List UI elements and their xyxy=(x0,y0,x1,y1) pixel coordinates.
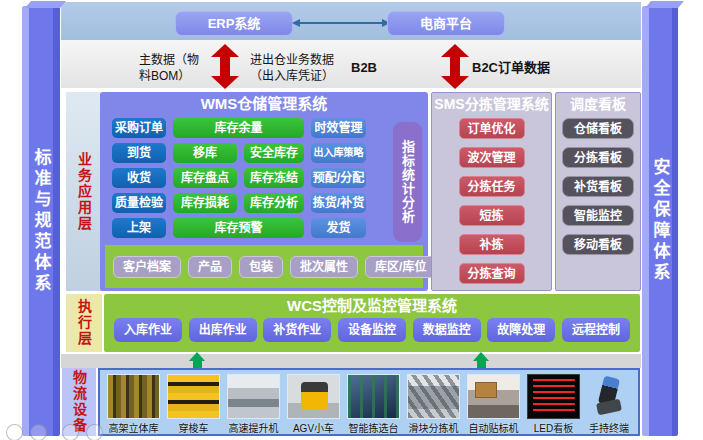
wms-kpi-side-tab: 指标统计分析 xyxy=(393,122,422,242)
wms-module-chip: 预配/分配 xyxy=(311,168,366,188)
equipment-item: 自动贴标机 xyxy=(467,374,520,435)
wms-masterdata-chip: 库区/库位 xyxy=(365,256,436,278)
viewer-next-control-icon[interactable] xyxy=(62,424,79,440)
sms-module-chip: 补拣 xyxy=(459,234,525,255)
flow-label-b2b: B2B xyxy=(351,60,377,76)
equipment-label: LED看板 xyxy=(534,420,573,435)
dashboard-module-chip: 仓储看板 xyxy=(562,118,634,139)
equipment-photo-picking-icon xyxy=(347,374,400,419)
wcs-module-chip: 出库作业 xyxy=(189,318,257,342)
wcs-module-chip: 数据监控 xyxy=(413,318,481,342)
wcs-title: WCS控制及监控管理系统 xyxy=(104,294,640,317)
dashboard-module-chip: 移动看板 xyxy=(562,234,634,255)
wms-panel: WMS仓储管理系统 采购订单库存余量时效管理到货移库安全库存出入库策略收货库存盘… xyxy=(100,92,428,291)
wms-title: WMS仓储管理系统 xyxy=(100,92,428,116)
architecture-diagram: ERP系统 电商平台 主数据（物料BOM） 进出仓业务数据（出入库凭证） B2B… xyxy=(0,0,703,440)
green-up-arrow-icon xyxy=(189,352,206,369)
equipment-label: AGV小车 xyxy=(293,420,334,435)
external-systems-band xyxy=(61,2,641,40)
sms-module-chip: 短拣 xyxy=(459,205,525,226)
equipment-label: 手持终端 xyxy=(589,420,629,435)
equipment-photo-shuttle-icon xyxy=(167,374,220,419)
equipment-item: 穿梭车 xyxy=(167,374,220,435)
equipment-item: 智能拣选台 xyxy=(347,374,400,435)
wms-masterdata-chip: 客户档案 xyxy=(113,256,181,278)
wms-module-chip: 采购订单 xyxy=(112,118,166,138)
wms-module-chip: 拣货/补货 xyxy=(311,193,366,213)
wms-module-chip: 到货 xyxy=(112,143,166,163)
red-double-arrow-icon xyxy=(441,44,469,89)
wcs-panel: WCS控制及监控管理系统 入库作业出库作业补货作业设备监控数据监控故障处理远程控… xyxy=(104,294,640,352)
erp-system-node: ERP系统 xyxy=(175,11,293,36)
equipment-photo-agv-icon xyxy=(287,374,340,419)
equipment-label: 高架立体库 xyxy=(109,420,159,435)
equipment-panel: 高架立体库穿梭车高速提升机AGV小车智能拣选台滑块分拣机自动贴标机LED看板手持… xyxy=(98,368,640,436)
dashboard-title: 调度看板 xyxy=(556,93,640,115)
wms-module-chip: 收货 xyxy=(112,168,166,188)
equipment-label: 穿梭车 xyxy=(179,420,209,435)
sms-module-chip: 波次管理 xyxy=(459,147,525,168)
divider-band xyxy=(61,354,641,368)
wcs-module-chip: 故障处理 xyxy=(487,318,555,342)
erp-ecommerce-link-arrow-icon xyxy=(299,22,383,24)
equipment-label: 高速提升机 xyxy=(229,420,279,435)
equipment-label: 智能拣选台 xyxy=(349,420,399,435)
sms-panel: SMS分拣管理系统 订单优化波次管理分拣任务短拣补拣分拣查询 xyxy=(431,92,552,291)
flow-label-warehouse-data: 进出仓业务数据（出入库凭证） xyxy=(250,52,342,84)
equipment-item: AGV小车 xyxy=(287,374,340,435)
wms-module-chip: 出入库策略 xyxy=(311,143,366,163)
pillar-security-label: 安全保障体系 xyxy=(648,158,673,284)
wms-module-chip: 安全库存 xyxy=(244,143,304,163)
equipment-label: 自动贴标机 xyxy=(469,420,519,435)
wcs-module-chip: 远程控制 xyxy=(562,318,630,342)
equipment-photo-handheld-icon xyxy=(587,374,631,419)
wms-masterdata-chip: 产品 xyxy=(188,256,232,278)
sms-module-chip: 分拣查询 xyxy=(459,263,525,284)
wms-module-chip: 库存冻结 xyxy=(244,168,304,188)
wms-grid: 采购订单库存余量时效管理到货移库安全库存出入库策略收货库存盘点库存冻结预配/分配… xyxy=(112,118,366,238)
layer-business-label: 业务应用层 xyxy=(74,152,94,232)
pillar-security: 安全保障体系 xyxy=(642,6,678,436)
wcs-module-chip: 补货作业 xyxy=(263,318,331,342)
equipment-label: 滑块分拣机 xyxy=(409,420,459,435)
wms-module-chip: 发货 xyxy=(311,218,366,238)
wms-kpi-label: 指标统计分析 xyxy=(398,140,417,224)
equipment-item: 手持终端 xyxy=(587,374,631,435)
dashboard-panel: 调度看板 仓储看板分拣看板补货看板智能监控移动看板 xyxy=(555,92,641,291)
wms-module-chip: 库存损耗 xyxy=(173,193,237,213)
sms-module-chip: 分拣任务 xyxy=(459,176,525,197)
wms-module-chip: 库存分析 xyxy=(244,193,304,213)
wcs-module-chip: 设备监控 xyxy=(338,318,406,342)
flow-label-b2c: B2C订单数据 xyxy=(472,60,550,76)
wms-module-chip: 库存盘点 xyxy=(173,168,237,188)
equipment-photo-led-icon xyxy=(527,374,580,419)
sms-module-chip: 订单优化 xyxy=(459,118,525,139)
wms-module-chip: 库存余量 xyxy=(173,118,304,138)
green-up-arrow-icon xyxy=(473,352,490,369)
wcs-module-chip: 入库作业 xyxy=(114,318,182,342)
dashboard-module-chip: 智能监控 xyxy=(562,205,634,226)
wms-module-chip: 上架 xyxy=(112,218,166,238)
sms-title: SMS分拣管理系统 xyxy=(432,93,551,115)
red-double-arrow-icon xyxy=(211,44,239,89)
layer-execution: 执行层 xyxy=(66,294,102,352)
pillar-standards: 标准与规范体系 xyxy=(22,6,60,436)
viewer-play-control-icon[interactable] xyxy=(30,424,47,440)
wms-masterdata-chip: 批次属性 xyxy=(290,256,358,278)
sms-items: 订单优化波次管理分拣任务短拣补拣分拣查询 xyxy=(432,118,551,284)
wms-module-chip: 时效管理 xyxy=(311,118,366,138)
viewer-prev-control-icon[interactable] xyxy=(6,424,23,440)
dashboard-module-chip: 补货看板 xyxy=(562,176,634,197)
dashboard-module-chip: 分拣看板 xyxy=(562,147,634,168)
viewer-zoom-control-icon[interactable] xyxy=(86,424,103,440)
ecommerce-platform-node: 电商平台 xyxy=(387,11,505,36)
wms-module-chip: 移库 xyxy=(173,143,237,163)
layer-execution-label: 执行层 xyxy=(74,299,94,347)
layer-business-application: 业务应用层 xyxy=(66,92,102,291)
wms-module-chip: 库存预警 xyxy=(173,218,304,238)
equipment-item: LED看板 xyxy=(527,374,580,435)
wms-master-data-strip: 客户档案产品包装批次属性库区/库位 xyxy=(105,245,423,288)
equipment-item: 滑块分拣机 xyxy=(407,374,460,435)
pillar-standards-label: 标准与规范体系 xyxy=(29,148,54,295)
wms-masterdata-chip: 包装 xyxy=(239,256,283,278)
